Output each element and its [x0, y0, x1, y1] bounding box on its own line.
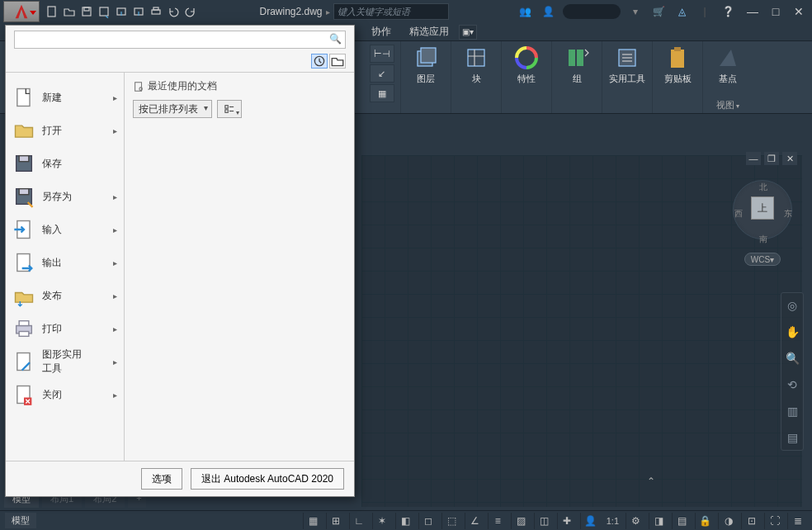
doc-minimize-button[interactable]: — — [746, 152, 761, 165]
grid-toggle-icon[interactable]: ▦ — [303, 513, 323, 529]
group-button[interactable]: 组 — [557, 45, 597, 85]
signin-icon[interactable]: 👥 — [517, 3, 533, 20]
full-nav-wheel-icon[interactable]: ◎ — [783, 296, 801, 315]
quickprops-toggle-icon[interactable]: ▤ — [672, 513, 692, 529]
dropdown-chevron-icon[interactable]: ▾ — [627, 3, 644, 20]
workspace-switch-icon[interactable]: ⚙ — [626, 513, 645, 529]
snap-toggle-icon[interactable]: ⊞ — [326, 513, 346, 529]
svg-rect-7 — [153, 7, 158, 10]
3dosnap-toggle-icon[interactable]: ⬚ — [441, 513, 461, 529]
ribbon-tab-featured[interactable]: 精选应用 — [401, 22, 457, 41]
viewcube-top-face[interactable]: 上 — [751, 196, 774, 220]
application-menu-popup: 新建▸ 打开▸ 保存 另存为▸ 输入▸ 输出▸ 发布▸ 打印▸ 图形实用 工具▸… — [5, 25, 355, 497]
properties-button[interactable]: 特性 — [507, 45, 546, 85]
commandline-expand-icon[interactable]: ⌃ — [647, 476, 655, 487]
minimize-button[interactable]: — — [743, 2, 762, 21]
cleanscreen-icon[interactable]: ⛶ — [764, 513, 784, 529]
maximize-button[interactable]: □ — [766, 2, 786, 21]
app-store-icon[interactable]: ◬ — [673, 3, 690, 20]
statusbar: 模型 ▦ ⊞ ∟ ✶ ◧ ◻ ⬚ ∠ ≡ ▨ ◫ ✚ 👤 1:1 ⚙ ◨ ▤ 🔒… — [0, 510, 812, 530]
units-toggle-icon[interactable]: ◨ — [649, 513, 668, 529]
doc-restore-button[interactable]: ❐ — [764, 152, 779, 165]
utilities-button[interactable]: 实用工具 — [607, 45, 647, 85]
app-menu-export[interactable]: 输出▸ — [6, 246, 124, 279]
undo-icon[interactable] — [166, 4, 181, 19]
save-icon[interactable] — [79, 4, 94, 19]
user-icon[interactable]: 👤 — [540, 3, 556, 20]
keyword-search-input[interactable]: 键入关键字或短语 — [333, 3, 449, 20]
ribbon-expand-button[interactable]: ▣▾ — [459, 25, 477, 40]
cart-icon[interactable]: 🛒 — [650, 3, 667, 20]
app-menu-import[interactable]: 输入▸ — [6, 213, 124, 246]
cloud-open-icon[interactable] — [114, 4, 129, 19]
lineweight-toggle-icon[interactable]: ≡ — [488, 513, 508, 529]
showmotion-icon[interactable]: ▥ — [783, 402, 801, 420]
nav-expand-icon[interactable]: ▤ — [783, 428, 801, 447]
chevron-right-icon: ▸ — [326, 7, 330, 17]
app-menu-save[interactable]: 保存 — [6, 147, 124, 180]
block-button[interactable]: 块 — [456, 45, 496, 85]
viewcube-south[interactable]: 南 — [759, 234, 767, 245]
svg-rect-23 — [19, 156, 29, 162]
clipboard-button[interactable]: 剪贴板 — [658, 45, 697, 85]
viewcube-west[interactable]: 西 — [734, 208, 743, 220]
status-model-tab[interactable]: 模型 — [5, 513, 36, 528]
doc-close-button[interactable]: ✕ — [782, 152, 797, 165]
user-name-pill[interactable] — [563, 4, 621, 19]
application-menu-button[interactable] — [3, 1, 40, 22]
leader-icon[interactable]: ↙︎ — [370, 64, 394, 83]
recent-view-mode-button[interactable] — [217, 100, 242, 118]
isodraft-toggle-icon[interactable]: ◧ — [395, 513, 415, 529]
layer-properties-button[interactable]: 图层 — [406, 45, 446, 85]
exit-autocad-button[interactable]: 退出 Autodesk AutoCAD 2020 — [191, 468, 344, 490]
viewcube[interactable]: 北 南 东 西 上 WCS ▾ — [733, 172, 792, 243]
polar-toggle-icon[interactable]: ✶ — [372, 513, 392, 529]
open-icon[interactable] — [62, 4, 77, 19]
transparency-toggle-icon[interactable]: ▨ — [511, 513, 531, 529]
lockui-toggle-icon[interactable]: 🔒 — [695, 513, 715, 529]
orbit-icon[interactable]: ⟲ — [783, 376, 801, 394]
annoscale-toggle-icon[interactable]: 👤 — [580, 513, 600, 529]
annotation-scale[interactable]: 1:1 — [603, 516, 622, 526]
view-panel-dropdown[interactable]: 视图▾ — [716, 97, 739, 113]
app-menu-drawing-utils[interactable]: 图形实用 工具▸ — [6, 345, 124, 378]
svg-rect-19 — [674, 47, 681, 51]
ribbon-tab-collaborate[interactable]: 协作 — [363, 22, 399, 41]
redo-icon[interactable] — [183, 4, 198, 19]
options-button[interactable]: 选项 — [141, 468, 182, 490]
recent-sort-dropdown[interactable]: 按已排序列表 — [133, 100, 212, 118]
table-icon[interactable]: ▦ — [370, 84, 394, 102]
help-icon[interactable]: ❔ — [720, 3, 736, 20]
cycling-toggle-icon[interactable]: ◫ — [534, 513, 554, 529]
linear-dim-icon[interactable]: ⊢⊣ — [370, 45, 394, 63]
open-docs-view-button[interactable] — [329, 54, 346, 69]
plot-icon[interactable] — [149, 4, 163, 19]
app-menu-print[interactable]: 打印▸ — [6, 312, 124, 345]
svg-rect-3 — [100, 7, 108, 16]
app-menu-search-input[interactable] — [14, 31, 346, 49]
app-menu-new[interactable]: 新建▸ — [6, 81, 124, 114]
viewcube-east[interactable]: 东 — [784, 208, 792, 220]
isolate-toggle-icon[interactable]: ◑ — [718, 513, 738, 529]
app-menu-saveas[interactable]: 另存为▸ — [6, 180, 124, 213]
cloud-save-icon[interactable] — [131, 4, 146, 19]
saveas-icon[interactable] — [97, 4, 111, 19]
new-icon[interactable] — [45, 4, 59, 19]
osnap-toggle-icon[interactable]: ◻ — [418, 513, 438, 529]
viewcube-north[interactable]: 北 — [759, 182, 767, 193]
app-menu-publish[interactable]: 发布▸ — [6, 279, 124, 312]
app-menu-command-list: 新建▸ 打开▸ 保存 另存为▸ 输入▸ 输出▸ 发布▸ 打印▸ 图形实用 工具▸… — [6, 73, 125, 461]
recent-view-button[interactable] — [311, 54, 328, 69]
ortho-toggle-icon[interactable]: ∟ — [349, 513, 369, 529]
app-menu-open[interactable]: 打开▸ — [6, 114, 124, 147]
wcs-badge[interactable]: WCS ▾ — [744, 253, 781, 266]
basepoint-button[interactable]: 基点 — [708, 45, 748, 85]
pan-icon[interactable]: ✋ — [783, 323, 801, 341]
close-button[interactable]: ✕ — [789, 2, 809, 21]
customize-status-icon[interactable]: ≣ — [787, 513, 807, 529]
annomonitor-toggle-icon[interactable]: ✚ — [557, 513, 577, 529]
hardware-accel-icon[interactable]: ⊡ — [741, 513, 761, 529]
zoom-icon[interactable]: 🔍 — [783, 349, 801, 367]
app-menu-close[interactable]: 关闭▸ — [6, 378, 124, 411]
otrack-toggle-icon[interactable]: ∠ — [465, 513, 484, 529]
